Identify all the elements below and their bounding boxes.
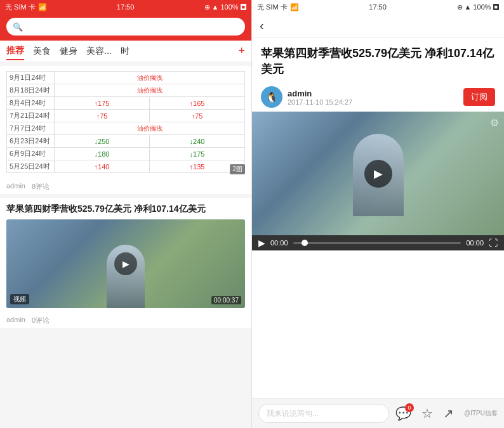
battery-icon-right: ■	[493, 4, 499, 10]
detail-play-button[interactable]: ▶	[364, 160, 392, 188]
image-count-badge: 2图	[230, 164, 245, 174]
article-comments: 0评论	[32, 316, 50, 325]
subscribe-button[interactable]: 订阅	[463, 88, 495, 106]
tab-time[interactable]: 时	[121, 43, 129, 60]
table-card-meta: admin 8评论	[0, 179, 251, 194]
wifi-icon-left: 📶	[38, 3, 47, 11]
share-icon[interactable]: ↗	[443, 406, 454, 421]
carrier-left: 无 SIM 卡	[5, 3, 36, 12]
article-card: 苹果第四财季营收525.79亿美元 净利107.14亿美元 ▶ 视频 00:00…	[0, 198, 251, 313]
bottom-actions: 💬 0 ☆ ↗ @ITPU信客	[395, 406, 498, 421]
time-left: 17:50	[117, 3, 135, 11]
tab-food[interactable]: 美食	[33, 43, 51, 60]
status-bar-right: 无 SIM 卡 📶 17:50 ⊕ ▲ 100% ■	[252, 0, 504, 14]
table-row: 8月18日24时 油价搁浅	[7, 84, 245, 97]
time-right: 17:50	[369, 3, 387, 11]
location-icon-right: ⊕	[457, 3, 463, 11]
detail-content: 苹果第四财季营收525.79亿美元 净利107.14亿美元 🐧 admin 20…	[252, 38, 504, 398]
author-avatar: 🐧	[261, 86, 282, 108]
control-time-start: 00:00	[270, 239, 288, 247]
comment-bar: 我来说说两句... 💬 0 ☆ ↗ @ITPU信客	[252, 398, 504, 428]
signal-icon-right: ▲	[465, 3, 472, 11]
tab-fitness[interactable]: 健身	[60, 43, 77, 60]
watermark-text: @ITPU信客	[464, 409, 498, 418]
carrier-right: 无 SIM 卡	[257, 3, 288, 12]
tab-beauty[interactable]: 美容...	[86, 43, 112, 60]
progress-dot	[302, 240, 308, 246]
price-table-card: 9月1日24时 油价搁浅 8月18日24时 油价搁浅 8月4日24时 ↑175 …	[0, 66, 251, 179]
article-title-left: 苹果第四财季营收525.79亿美元 净利107.14亿美元	[6, 203, 245, 216]
progress-bar[interactable]	[293, 242, 461, 244]
table-row: 9月1日24时 油价搁浅	[7, 72, 245, 84]
control-time-end: 00:00	[466, 239, 484, 247]
author-name: admin	[288, 89, 458, 98]
signal-icon-left: ▲	[212, 3, 219, 11]
search-icon: 🔍	[13, 22, 23, 32]
search-bar: 🔍	[0, 14, 251, 41]
comment-count-badge: 0	[405, 403, 414, 412]
author-row: 🐧 admin 2017-11-10 15:24:27 订阅	[252, 82, 504, 112]
tabs-bar: 推荐 美食 健身 美容... 时 +	[0, 41, 251, 62]
status-bar-left: 无 SIM 卡 📶 17:50 ⊕ ▲ 100% ■	[0, 0, 251, 14]
table-row: 7月21日24时 ↑75 ↑75	[7, 110, 245, 122]
article-card-meta: admin 0评论	[0, 313, 251, 328]
author-date: 2017-11-10 15:24:27	[288, 98, 458, 106]
play-button-left[interactable]: ▶	[114, 252, 137, 275]
detail-title: 苹果第四财季营收525.79亿美元 净利107.14亿美元	[252, 38, 504, 82]
search-input-box[interactable]: 🔍	[6, 18, 245, 36]
status-right-right-info: ⊕ ▲ 100% ■	[457, 3, 499, 11]
table-row: 6月9日24时 ↓180 ↓175	[7, 148, 245, 160]
video-thumbnail-left[interactable]: ▶ 视频 00:00:37	[6, 219, 245, 308]
location-icon-left: ⊕	[204, 3, 210, 11]
table-row: 7月7日24时 油价搁浅	[7, 122, 245, 135]
wifi-icon-right: 📶	[290, 3, 299, 11]
author-info: admin 2017-11-10 15:24:27	[288, 89, 458, 106]
table-card-comments: 8评论	[32, 182, 50, 191]
camera-icon: ⚙	[490, 117, 499, 129]
status-right-info: ⊕ ▲ 100% ■	[204, 3, 246, 11]
left-panel: 无 SIM 卡 📶 17:50 ⊕ ▲ 100% ■ 🔍 推荐 美食 健身 美容…	[0, 0, 252, 428]
video-controls: ▶ 00:00 00:00 ⛶	[252, 235, 504, 250]
comment-action-button[interactable]: 💬 0	[395, 406, 411, 421]
back-button[interactable]: ‹	[260, 18, 264, 33]
status-left-info: 无 SIM 卡 📶	[5, 3, 47, 12]
avatar-icon: 🐧	[265, 91, 278, 103]
right-panel: 无 SIM 卡 📶 17:50 ⊕ ▲ 100% ■ ‹ 苹果第四财季营收525…	[252, 0, 504, 428]
table-row: 6月23日24时 ↓250 ↓240	[7, 135, 245, 148]
star-icon[interactable]: ☆	[421, 406, 433, 421]
video-duration-badge: 00:00:37	[211, 296, 241, 304]
battery-icon-left: ■	[241, 4, 246, 10]
tab-recommend[interactable]: 推荐	[6, 42, 24, 60]
control-play-button[interactable]: ▶	[258, 238, 265, 248]
battery-right: 100%	[473, 3, 491, 11]
comment-placeholder: 我来说说两句...	[267, 408, 319, 419]
tab-add-button[interactable]: +	[238, 44, 245, 58]
detail-nav: ‹	[252, 14, 504, 38]
price-table: 9月1日24时 油价搁浅 8月18日24时 油价搁浅 8月4日24时 ↑175 …	[6, 71, 245, 173]
comment-input[interactable]: 我来说说两句...	[258, 404, 389, 423]
video-tag-badge: 视频	[10, 294, 29, 304]
table-row: 8月4日24时 ↑175 ↑165	[7, 97, 245, 110]
fullscreen-button[interactable]: ⛶	[489, 238, 498, 248]
table-row: 5月25日24时 ↑140 ↑135	[7, 160, 245, 173]
detail-video[interactable]: ▶ ⚙	[252, 112, 504, 235]
status-right-left-info: 无 SIM 卡 📶	[257, 3, 299, 12]
article-author: admin	[6, 316, 25, 325]
battery-left: 100%	[220, 3, 238, 11]
table-card-author: admin	[6, 182, 25, 191]
